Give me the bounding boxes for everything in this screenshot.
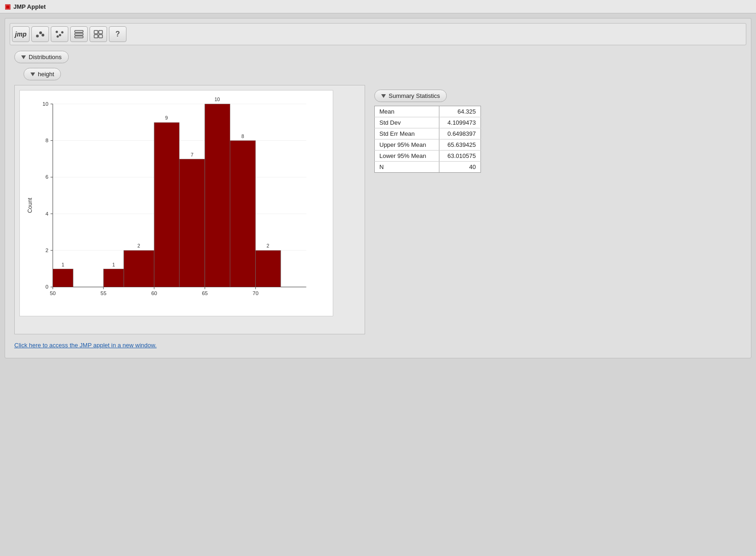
- svg-text:7: 7: [191, 152, 193, 157]
- stat-value: 65.639425: [439, 139, 481, 151]
- stats-row: N40: [375, 162, 481, 173]
- svg-text:2: 2: [45, 248, 48, 253]
- applet-icon: ▣: [5, 3, 11, 10]
- bar-57-5: [124, 250, 154, 287]
- stat-value: 0.6498397: [439, 128, 481, 139]
- table-btn[interactable]: [70, 26, 88, 42]
- chart-inner: Count 0 2 4: [19, 90, 333, 316]
- stat-label: Upper 95% Mean: [375, 139, 439, 151]
- summary-stats-btn[interactable]: Summary Statistics: [374, 90, 447, 102]
- stat-label: Std Dev: [375, 117, 439, 128]
- bar-62-5: [179, 159, 204, 287]
- svg-text:2: 2: [138, 243, 140, 248]
- svg-point-3: [56, 31, 58, 33]
- bar-55: [103, 269, 124, 287]
- svg-point-2: [42, 34, 44, 36]
- height-triangle-icon: [30, 73, 35, 76]
- svg-point-1: [39, 31, 42, 34]
- scatter-btn-1[interactable]: [31, 26, 49, 42]
- svg-point-0: [36, 35, 39, 37]
- bar-65: [205, 104, 230, 287]
- svg-text:10: 10: [42, 101, 48, 107]
- svg-rect-11: [99, 30, 102, 34]
- svg-text:4: 4: [45, 211, 48, 217]
- summary-triangle-icon: [381, 94, 386, 98]
- stat-value: 40: [439, 162, 481, 173]
- help-btn[interactable]: ?: [109, 26, 126, 42]
- stat-value: 63.010575: [439, 151, 481, 162]
- svg-point-6: [57, 36, 59, 38]
- svg-text:9: 9: [165, 115, 168, 121]
- stat-label: Std Err Mean: [375, 128, 439, 139]
- svg-text:50: 50: [50, 290, 56, 296]
- svg-text:55: 55: [101, 290, 107, 296]
- svg-text:10: 10: [215, 97, 220, 102]
- histogram-svg: Count 0 2 4: [20, 95, 328, 311]
- svg-text:65: 65: [202, 290, 208, 296]
- bar-67-5: [230, 140, 255, 287]
- svg-rect-7: [75, 30, 83, 32]
- svg-text:60: 60: [151, 290, 157, 296]
- app-title: JMP Applet: [13, 3, 46, 10]
- svg-text:70: 70: [252, 290, 258, 296]
- triangle-icon: [21, 55, 26, 59]
- height-label: height: [38, 71, 54, 78]
- main-container: jmp: [5, 18, 751, 358]
- distributions-label: Distributions: [29, 54, 62, 60]
- svg-text:8: 8: [45, 138, 48, 143]
- stats-row: Upper 95% Mean65.639425: [375, 139, 481, 151]
- svg-rect-8: [75, 33, 83, 35]
- height-btn[interactable]: height: [24, 68, 61, 80]
- svg-text:1: 1: [112, 262, 115, 267]
- stat-value: 4.1099473: [439, 117, 481, 128]
- stats-row: Std Dev4.1099473: [375, 117, 481, 128]
- summary-stats-label: Summary Statistics: [389, 92, 440, 99]
- stats-row: Mean64.325: [375, 106, 481, 117]
- layout-btn[interactable]: [90, 26, 107, 42]
- content-area: Count 0 2 4: [10, 85, 746, 334]
- chart-container: Count 0 2 4: [14, 85, 365, 334]
- svg-text:2: 2: [267, 243, 270, 248]
- svg-point-4: [59, 34, 61, 36]
- svg-rect-13: [99, 35, 102, 38]
- stats-table: Mean64.325Std Dev4.1099473Std Err Mean0.…: [374, 106, 481, 173]
- svg-point-5: [61, 31, 64, 34]
- svg-rect-12: [94, 35, 98, 38]
- stats-row: Lower 95% Mean63.010575: [375, 151, 481, 162]
- stat-value: 64.325: [439, 106, 481, 117]
- svg-text:8: 8: [241, 133, 244, 139]
- jmp-logo-btn[interactable]: jmp: [12, 26, 30, 42]
- stat-label: Lower 95% Mean: [375, 151, 439, 162]
- bottom-link[interactable]: Click here to access the JMP applet in a…: [10, 342, 746, 349]
- toolbar: jmp: [10, 23, 746, 45]
- svg-text:0: 0: [45, 284, 48, 290]
- svg-rect-9: [75, 36, 83, 38]
- bar-70: [256, 250, 281, 287]
- svg-rect-10: [94, 30, 98, 34]
- distributions-btn[interactable]: Distributions: [14, 51, 69, 63]
- svg-text:1: 1: [61, 262, 64, 267]
- stats-row: Std Err Mean0.6498397: [375, 128, 481, 139]
- bar-60: [154, 122, 179, 287]
- summary-panel: Summary Statistics Mean64.325Std Dev4.10…: [374, 90, 481, 173]
- svg-text:6: 6: [45, 174, 48, 180]
- bar-50: [53, 269, 73, 287]
- stat-label: N: [375, 162, 439, 173]
- title-bar: ▣ JMP Applet: [0, 0, 756, 13]
- svg-text:Count: Count: [27, 198, 33, 213]
- stat-label: Mean: [375, 106, 439, 117]
- scatter-btn-2[interactable]: [51, 26, 68, 42]
